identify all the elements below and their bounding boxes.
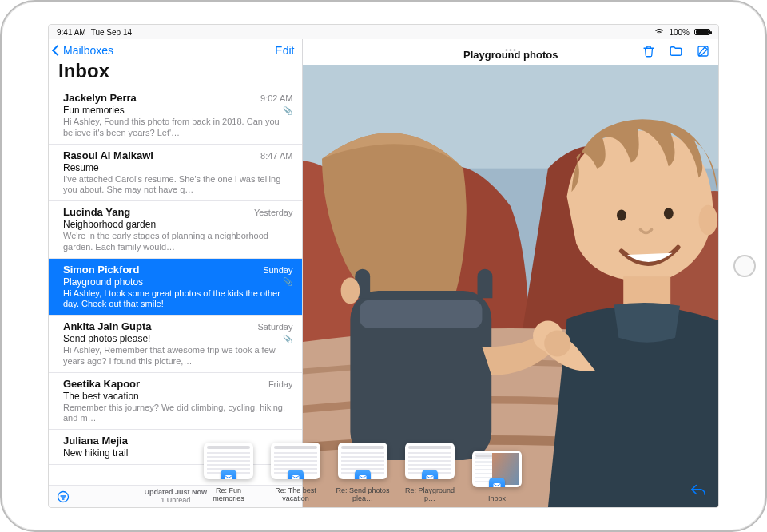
shelf-item[interactable]: Inbox — [469, 451, 525, 502]
svg-point-0 — [58, 491, 69, 502]
mail-app-icon — [221, 470, 236, 479]
shelf-thumbnail — [271, 443, 320, 479]
shelf-item[interactable]: Re: The best vacation — [268, 443, 324, 502]
svg-point-7 — [617, 210, 626, 221]
edit-button[interactable]: Edit — [275, 44, 294, 57]
mail-preview: Hi Ashley, Remember that awesome trip we… — [63, 345, 292, 367]
mail-preview: Remember this journey? We did climbing, … — [63, 403, 292, 425]
mail-subject: Resume — [63, 162, 99, 173]
status-time: 9:41 AM — [57, 28, 86, 37]
mail-sender: Lucinda Yang — [63, 206, 130, 218]
shelf-label: Re: The best vacation — [268, 487, 324, 502]
svg-point-9 — [699, 205, 718, 236]
mail-subject: Neighborhood garden — [63, 219, 156, 230]
svg-rect-17 — [494, 483, 501, 487]
mail-subject: Fun memories — [63, 105, 125, 116]
shelf-label: Re: Fun memories — [201, 487, 256, 502]
battery-percent: 100% — [669, 28, 690, 37]
svg-point-8 — [664, 208, 674, 219]
mail-app-icon — [355, 470, 371, 479]
shelf-label: Re: Send photos plea… — [335, 487, 391, 502]
svg-rect-16 — [427, 475, 434, 479]
back-mailboxes-button[interactable]: Mailboxes — [54, 44, 113, 57]
mail-preview: I've attached Carol's resume. She's the … — [63, 174, 292, 197]
shelf-item[interactable]: Re: Fun memories — [201, 443, 256, 502]
mail-app-icon — [489, 478, 505, 487]
ipad-frame: 9:41 AM Tue Sep 14 100% Mailboxes — [0, 0, 767, 532]
back-label: Mailboxes — [63, 44, 113, 57]
paperclip-icon: 📎 — [283, 277, 292, 286]
wifi-icon — [654, 27, 664, 37]
reply-button[interactable] — [690, 482, 707, 499]
mail-time: Sunday — [263, 265, 292, 275]
paperclip-icon: 📎 — [283, 335, 292, 343]
mail-sender: Simon Pickford — [63, 264, 139, 276]
mail-sender: Rasoul Al Malkawi — [63, 149, 153, 161]
mail-sender: Geetika Kapoor — [63, 378, 140, 390]
shelf-thumbnail — [338, 443, 387, 479]
mail-item[interactable]: Geetika KapoorFridayThe best vacationRem… — [49, 373, 302, 431]
shelf-thumbnail — [472, 451, 522, 487]
status-bar: 9:41 AM Tue Sep 14 100% — [49, 25, 718, 39]
mail-preview: We're in the early stages of planning a … — [63, 231, 292, 253]
trash-button[interactable] — [642, 44, 656, 58]
mail-time: 9:02 AM — [260, 93, 292, 103]
mail-app-icon — [422, 470, 438, 479]
inbox-title: Inbox — [49, 58, 302, 87]
chevron-left-icon — [52, 45, 63, 56]
filter-icon[interactable] — [57, 490, 70, 503]
shelf-label: Inbox — [488, 495, 506, 502]
mail-list[interactable]: Jackelyn Perra9:02 AMFun memories📎Hi Ash… — [49, 87, 302, 485]
mail-sender: Ankita Jain Gupta — [63, 320, 152, 332]
shelf-item[interactable]: Re: Send photos plea… — [335, 443, 391, 502]
move-folder-button[interactable] — [669, 44, 683, 58]
mail-time: Friday — [268, 379, 293, 389]
mail-time: 8:47 AM — [260, 151, 292, 161]
mail-subject: Playground photos — [63, 276, 143, 288]
svg-rect-13 — [225, 475, 232, 479]
mail-sender: Juliana Mejia — [63, 435, 128, 447]
message-detail: Playground photos — [303, 39, 718, 507]
svg-rect-5 — [360, 300, 483, 328]
mail-time: Yesterday — [254, 208, 293, 217]
mail-subject: New hiking trail — [63, 447, 128, 459]
home-button[interactable] — [733, 255, 756, 277]
mail-sender: Jackelyn Perra — [63, 92, 137, 104]
battery-icon — [694, 29, 710, 35]
mail-item[interactable]: Jackelyn Perra9:02 AMFun memories📎Hi Ash… — [49, 87, 302, 145]
svg-rect-15 — [360, 475, 367, 479]
footer-unread: 1 Unread — [144, 497, 207, 505]
mail-app-icon — [288, 470, 304, 479]
shelf-label: Re: Playground p… — [402, 487, 458, 502]
svg-rect-14 — [292, 475, 300, 479]
shelf-thumbnail — [405, 443, 455, 479]
mail-item[interactable]: Lucinda YangYesterdayNeighborhood garden… — [49, 201, 302, 259]
mail-item[interactable]: Simon PickfordSundayPlayground photos📎Hi… — [49, 259, 302, 316]
message-title: Playground photos — [463, 49, 558, 61]
mail-sidebar: Mailboxes Edit Inbox Jackelyn Perra9:02 … — [49, 39, 303, 507]
status-date: Tue Sep 14 — [91, 28, 132, 37]
compose-button[interactable] — [696, 44, 710, 58]
mail-preview: Hi Ashley, I took some great photos of t… — [63, 288, 292, 311]
svg-point-6 — [341, 277, 360, 304]
app-shelf[interactable]: Re: Fun memoriesRe: The best vacationRe:… — [201, 450, 606, 502]
svg-point-12 — [545, 330, 571, 356]
mail-subject: Send photos please! — [63, 333, 150, 344]
mail-preview: Hi Ashley, Found this photo from back in… — [63, 117, 292, 139]
mail-item[interactable]: Ankita Jain GuptaSaturdaySend photos ple… — [49, 316, 302, 373]
paperclip-icon: 📎 — [283, 106, 292, 115]
mail-subject: The best vacation — [63, 391, 139, 402]
svg-rect-10 — [624, 276, 671, 304]
mail-item[interactable]: Rasoul Al Malkawi8:47 AMResumeI've attac… — [49, 145, 302, 202]
shelf-item[interactable]: Re: Playground p… — [402, 443, 458, 502]
shelf-thumbnail — [204, 443, 253, 479]
mail-time: Saturday — [257, 322, 292, 332]
screen: 9:41 AM Tue Sep 14 100% Mailboxes — [48, 24, 719, 508]
attachment-photo[interactable] — [303, 65, 718, 507]
